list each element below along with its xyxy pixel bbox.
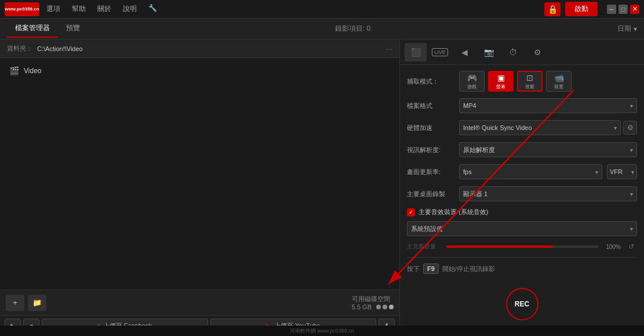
title-bar: www.pc0359.cn 選項 幫助 關於 說明 🔧 🔒 啟動 ─ □ ✕ <box>0 0 644 19</box>
nav-help[interactable]: 幫助 <box>72 4 86 14</box>
folder-icon: 📁 <box>32 298 42 307</box>
volume-bar-fill <box>446 245 553 248</box>
main-toolbar: 檔案管理器 預覽 錄影項目: 0 日期 ▾ <box>0 19 644 39</box>
audio-checkbox[interactable]: ✓ <box>407 208 415 216</box>
video-tab-icon: ⬛ <box>411 48 421 57</box>
device-mode-label: 裝置 <box>554 84 563 90</box>
format-row: 檔案格式 MP4 <box>407 97 637 114</box>
resolution-control: 原始解析度 <box>459 142 637 157</box>
resolution-select[interactable]: 原始解析度 <box>459 142 637 157</box>
screen-mode-icon: ▣ <box>497 73 505 82</box>
nav-about[interactable]: 關於 <box>97 4 111 14</box>
display-row: 主要桌面錄製 顯示器 1 <box>407 186 637 202</box>
volume-reset-button[interactable]: ↺ <box>625 241 637 252</box>
nav-explain[interactable]: 說明 <box>123 4 137 14</box>
hotkey-row: 按下 F9 開始/停止視訊錄影 <box>407 260 637 277</box>
mode-desktop-button[interactable]: ⊡ 視窗 <box>517 71 543 92</box>
tab-settings[interactable]: ⚙ <box>526 43 548 62</box>
divider <box>407 257 637 258</box>
tab-files[interactable]: 檔案管理器 <box>7 20 58 38</box>
bottom-bar: + 📁 可用磁碟空間 5.5 GB <box>0 290 399 315</box>
dot-2 <box>383 305 387 309</box>
hw-accel-row: 硬體加速 Intel® Quick Sync Video ⚙ <box>407 120 637 136</box>
file-name: Video <box>24 67 41 75</box>
hw-accel-value: Intel® Quick Sync Video <box>463 124 532 131</box>
close-button[interactable]: ✕ <box>630 5 639 14</box>
tab-preview[interactable]: 預覽 <box>58 20 88 38</box>
title-bar-right: 🔒 啟動 ─ □ ✕ <box>544 2 639 16</box>
device-mode-icon: 📹 <box>554 73 564 82</box>
folder-options-button[interactable]: ··· <box>385 44 392 53</box>
hotkey-key-badge: F9 <box>423 263 439 274</box>
game-mode-icon: 🎮 <box>467 73 477 82</box>
framerate-control: fps VFR <box>459 164 637 179</box>
mode-screen-button[interactable]: ▣ 螢幕 <box>488 71 514 92</box>
live-label: LIVE <box>432 48 448 56</box>
settings-content: 捕取模式： 🎮 遊戲 ▣ 螢幕 ⊡ 視窗 <box>400 65 644 336</box>
watermark: 河南軟件網 www.pc0359.cn <box>0 326 644 336</box>
file-icon: 🎬 <box>9 66 19 75</box>
format-select[interactable]: MP4 <box>459 98 637 113</box>
hw-accel-settings-button[interactable]: ⚙ <box>623 121 637 135</box>
watermark-text: 河南軟件網 www.pc0359.cn <box>290 327 354 335</box>
vfr-select[interactable]: VFR <box>607 164 637 179</box>
desktop-mode-label: 視窗 <box>525 84 534 90</box>
desktop-mode-icon: ⊡ <box>526 73 533 82</box>
hotkey-suffix: 開始/停止視訊錄影 <box>442 265 495 273</box>
dot-3 <box>389 305 394 309</box>
app-logo: www.pc0359.cn <box>5 2 39 16</box>
maximize-button[interactable]: □ <box>618 5 628 14</box>
storage-dots <box>376 305 394 309</box>
display-control: 顯示器 1 <box>459 186 637 201</box>
minimize-button[interactable]: ─ <box>607 5 616 14</box>
format-value: MP4 <box>463 102 476 109</box>
hw-accel-select[interactable]: Intel® Quick Sync Video <box>459 120 621 135</box>
display-value: 顯示器 1 <box>463 190 487 198</box>
audio-preset-select[interactable]: 系統預設值 <box>407 221 637 236</box>
audio-tab-icon: ◀ <box>461 48 468 57</box>
hw-accel-control: Intel® Quick Sync Video ⚙ <box>459 120 637 135</box>
title-nav: 選項 幫助 關於 說明 🔧 <box>46 4 544 14</box>
dot-1 <box>376 305 381 309</box>
recording-count-value: 0 <box>367 24 371 32</box>
volume-bar[interactable] <box>446 245 599 248</box>
open-folder-button[interactable]: 📁 <box>28 295 46 311</box>
add-button[interactable]: + <box>6 295 24 311</box>
left-panel: 資料夾： C:\Action!\Video ··· 🎬 Video + 📁 可用… <box>0 39 400 336</box>
tab-screenshot[interactable]: 📷 <box>478 43 500 62</box>
mode-device-button[interactable]: 📹 裝置 <box>546 71 572 92</box>
start-label: 啟動 <box>574 4 588 14</box>
mode-game-button[interactable]: 🎮 遊戲 <box>459 71 485 92</box>
resolution-chevron-icon <box>630 146 633 153</box>
file-list: 🎬 Video <box>0 58 399 290</box>
tab-live[interactable]: LIVE <box>429 43 451 62</box>
folder-bar: 資料夾： C:\Action!\Video ··· <box>0 39 399 58</box>
recording-count-label: 錄影項目: <box>335 24 365 32</box>
list-item[interactable]: 🎬 Video <box>5 63 395 79</box>
nav-tool-icon[interactable]: 🔧 <box>148 4 157 14</box>
tab-audio[interactable]: ◀ <box>453 43 475 62</box>
nav-options[interactable]: 選項 <box>46 4 60 14</box>
window-controls: ─ □ ✕ <box>607 5 639 14</box>
right-panel: ⬛ LIVE ◀ 📷 ⏱ ⚙ 捕取模式： <box>400 39 644 336</box>
date-sort[interactable]: 日期 ▾ <box>617 24 637 34</box>
date-chevron-icon: ▾ <box>634 25 637 33</box>
format-chevron-icon <box>630 102 633 109</box>
capture-mode-row: 捕取模式： 🎮 遊戲 ▣ 螢幕 ⊡ 視窗 <box>407 71 637 92</box>
resolution-value: 原始解析度 <box>463 146 495 154</box>
vfr-value: VFR <box>610 168 623 175</box>
rec-button[interactable]: REC <box>506 288 539 320</box>
framerate-value: fps <box>463 168 472 175</box>
date-label: 日期 <box>617 24 631 34</box>
folder-path: C:\Action!\Video <box>37 45 83 52</box>
gear-icon: ⚙ <box>627 124 634 132</box>
display-select[interactable]: 顯示器 1 <box>459 186 637 201</box>
tab-benchmark[interactable]: ⏱ <box>502 43 524 62</box>
audio-check-label: 主要音效裝置 (系統音效) <box>419 208 488 216</box>
tab-video[interactable]: ⬛ <box>405 43 427 62</box>
framerate-select[interactable]: fps <box>459 164 602 179</box>
lock-button[interactable]: 🔒 <box>544 2 561 16</box>
start-button[interactable]: 啟動 <box>565 2 598 16</box>
resolution-label: 視訊解析度: <box>407 146 459 154</box>
rec-btn-container: REC <box>407 283 637 325</box>
